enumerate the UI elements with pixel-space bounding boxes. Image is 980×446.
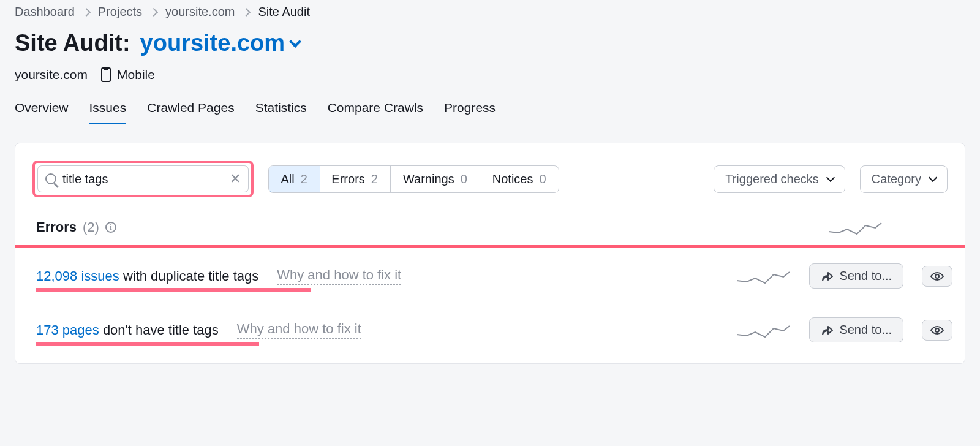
search-input[interactable] [62,172,224,186]
sparkline [736,322,791,338]
tab-statistics[interactable]: Statistics [255,100,307,124]
page-title-row: Site Audit: yoursite.com [15,30,965,56]
tab-crawled-pages[interactable]: Crawled Pages [147,100,234,124]
filter-row: ✕ All 2 Errors 2 Warnings 0 Notices [15,143,965,214]
issues-panel: ✕ All 2 Errors 2 Warnings 0 Notices [15,143,965,364]
issue-row: 12,098 issues with duplicate title tags … [15,248,965,301]
tabs: Overview Issues Crawled Pages Statistics… [15,100,965,124]
page-title: Site Audit: [15,30,130,56]
breadcrumb-dashboard[interactable]: Dashboard [15,5,75,19]
send-to-label: Send to... [839,269,892,283]
chevron-down-icon [826,173,835,182]
filter-count: 0 [540,172,546,186]
section-label: Errors [36,219,77,235]
issue-row: 173 pages don't have title tags Why and … [15,301,965,363]
search-highlight: ✕ [32,161,254,197]
filter-label: Errors [331,172,364,186]
preview-button[interactable] [922,266,952,287]
issue-text: 173 pages don't have title tags [36,322,219,338]
issue-rest: with duplicate title tags [119,268,258,284]
subheader: yoursite.com Mobile [15,67,965,82]
issue-rest: don't have title tags [99,322,219,338]
filter-notices[interactable]: Notices 0 [480,166,559,192]
tab-compare-crawls[interactable]: Compare Crawls [328,100,423,124]
send-to-label: Send to... [839,323,892,337]
breadcrumb-current: Site Audit [258,5,310,19]
filter-count: 2 [301,172,307,186]
domain-selector[interactable]: yoursite.com [140,30,300,56]
dropdown-label: Triggered checks [725,172,819,186]
sparkline [736,268,791,284]
chevron-down-icon [929,173,937,182]
chevron-right-icon [82,7,91,16]
send-to-button[interactable]: Send to... [809,317,903,342]
why-how-link[interactable]: Why and how to fix it [237,321,361,339]
mobile-icon [101,67,111,82]
triggered-checks-dropdown[interactable]: Triggered checks [714,165,845,193]
issue-link[interactable]: 12,098 issues [36,268,119,284]
subdomain-label: yoursite.com [15,67,88,82]
highlight-underline [36,288,311,292]
preview-button[interactable] [922,320,952,341]
tab-issues[interactable]: Issues [89,100,127,124]
filter-all[interactable]: All 2 [268,165,320,193]
section-count: (2) [83,219,99,235]
filter-count: 2 [371,172,378,186]
eye-icon [930,271,944,281]
why-how-link[interactable]: Why and how to fix it [277,267,401,285]
issue-link[interactable]: 173 pages [36,322,99,338]
eye-icon [930,325,944,335]
errors-section-header: Errors (2) i [15,214,965,245]
share-arrow-icon [821,325,833,336]
filter-label: Notices [492,172,533,186]
issue-text: 12,098 issues with duplicate title tags [36,268,258,284]
tab-overview[interactable]: Overview [15,100,69,124]
device-label: Mobile [117,67,155,82]
device-indicator: Mobile [101,67,155,82]
tab-progress[interactable]: Progress [444,100,496,124]
clear-icon[interactable]: ✕ [230,171,241,187]
filter-pills: All 2 Errors 2 Warnings 0 Notices 0 [268,165,559,193]
chevron-right-icon [149,7,158,16]
dropdown-label: Category [872,172,921,186]
search-icon [45,173,56,184]
breadcrumb-domain[interactable]: yoursite.com [165,5,235,19]
svg-point-0 [935,274,939,278]
share-arrow-icon [821,271,833,282]
highlight-underline [36,342,259,346]
sparkline [827,219,883,235]
chevron-down-icon [289,36,301,48]
send-to-button[interactable]: Send to... [809,263,903,289]
chevron-right-icon [242,7,251,16]
svg-point-1 [935,328,939,332]
filter-count: 0 [461,172,467,186]
breadcrumb: Dashboard Projects yoursite.com Site Aud… [15,0,965,30]
search-box[interactable]: ✕ [37,165,249,192]
domain-selector-label: yoursite.com [140,30,285,56]
filter-label: All [281,172,295,186]
category-dropdown[interactable]: Category [860,165,948,193]
filter-errors[interactable]: Errors 2 [319,166,391,192]
filter-warnings[interactable]: Warnings 0 [391,166,480,192]
breadcrumb-projects[interactable]: Projects [98,5,142,19]
info-icon[interactable]: i [105,222,116,233]
filter-label: Warnings [403,172,454,186]
